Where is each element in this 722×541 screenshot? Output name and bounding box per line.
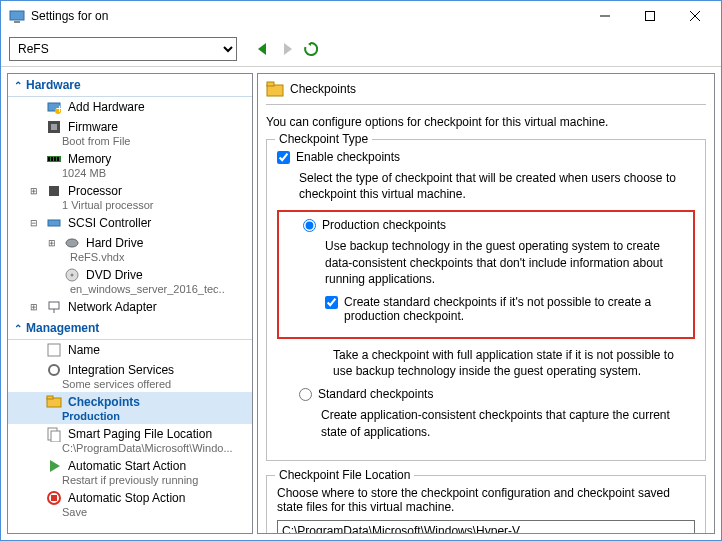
sidebar-item-network-adapter[interactable]: ⊞Network Adapter (8, 297, 252, 317)
svg-rect-20 (48, 220, 60, 226)
next-button[interactable] (279, 41, 295, 57)
sidebar-item-hard-drive[interactable]: ⊞Hard Drive ReFS.vhdx (8, 233, 252, 265)
svg-point-27 (49, 365, 59, 375)
svg-marker-7 (284, 43, 292, 55)
memory-icon (46, 151, 62, 167)
svg-rect-3 (645, 12, 654, 21)
production-description: Use backup technology in the guest opera… (325, 238, 685, 287)
window-title: Settings for on (31, 9, 582, 23)
close-button[interactable] (672, 1, 717, 31)
sidebar-item-memory[interactable]: Memory 1024 MB (8, 149, 252, 181)
svg-rect-18 (57, 157, 59, 161)
production-label: Production checkpoints (322, 218, 446, 232)
prev-button[interactable] (255, 41, 271, 57)
network-icon (46, 299, 62, 315)
sidebar-item-sub: 1024 MB (30, 167, 248, 179)
svg-rect-35 (267, 85, 283, 96)
collapse-icon[interactable]: ⊟ (30, 218, 40, 228)
content-title: Checkpoints (290, 82, 356, 96)
sidebar-item-sub: Production (30, 410, 248, 422)
hyperv-settings-icon (9, 8, 25, 24)
svg-point-21 (66, 239, 78, 247)
expand-icon[interactable]: ⊞ (48, 238, 58, 248)
svg-marker-32 (50, 460, 60, 472)
integration-icon (46, 362, 62, 378)
expand-icon[interactable]: ⊞ (30, 302, 40, 312)
scsi-icon (46, 215, 62, 231)
stop-icon (46, 490, 62, 506)
toolbar: ReFS (1, 31, 721, 67)
sidebar-item-dvd-drive[interactable]: DVD Drive en_windows_server_2016_tec.. (8, 265, 252, 297)
svg-rect-19 (49, 186, 59, 196)
enable-checkpoints-label: Enable checkpoints (296, 150, 400, 164)
production-highlight: Production checkpoints Use backup techno… (277, 210, 695, 339)
svg-rect-15 (48, 157, 50, 161)
start-icon (46, 458, 62, 474)
svg-rect-0 (10, 11, 24, 20)
standard-radio[interactable] (299, 388, 312, 401)
svg-marker-8 (308, 42, 311, 46)
checkpoints-icon (46, 394, 62, 410)
svg-rect-16 (51, 157, 53, 161)
paging-icon (46, 426, 62, 442)
svg-text:+: + (56, 102, 62, 115)
svg-rect-17 (54, 157, 56, 161)
fallback-checkbox[interactable] (325, 296, 338, 309)
minimize-button[interactable] (582, 1, 627, 31)
svg-rect-31 (51, 431, 60, 442)
location-legend: Checkpoint File Location (275, 468, 414, 482)
sidebar-item-sub: 1 Virtual processor (30, 199, 248, 211)
name-icon (46, 342, 62, 358)
location-description: Choose where to store the checkpoint con… (277, 486, 695, 514)
add-hardware-icon: + (46, 99, 62, 115)
svg-rect-34 (51, 495, 57, 501)
sidebar-item-sub: Restart if previously running (30, 474, 248, 486)
sidebar-item-smart-paging[interactable]: Smart Paging File Location C:\ProgramDat… (8, 424, 252, 456)
sidebar-item-name[interactable]: Name (8, 340, 252, 360)
category-label: Hardware (26, 78, 81, 92)
svg-rect-26 (48, 344, 60, 356)
sidebar-item-auto-stop[interactable]: Automatic Stop Action Save (8, 488, 252, 520)
sidebar-item-sub: Save (30, 506, 248, 518)
svg-point-23 (71, 274, 74, 277)
standard-description: Create application-consistent checkpoint… (321, 407, 695, 439)
vm-selector[interactable]: ReFS (9, 37, 237, 61)
settings-tree[interactable]: ⌃ Hardware +Add Hardware Firmware Boot f… (7, 73, 253, 534)
sidebar-item-checkpoints[interactable]: Checkpoints Production (8, 392, 252, 424)
svg-rect-29 (47, 396, 53, 399)
svg-rect-36 (267, 82, 274, 86)
hardware-category[interactable]: ⌃ Hardware (8, 74, 252, 97)
content-intro: You can configure options for checkpoint… (266, 115, 706, 129)
checkpoints-icon (266, 80, 284, 98)
sidebar-item-scsi-controller[interactable]: ⊟SCSI Controller (8, 213, 252, 233)
management-category[interactable]: ⌃ Management (8, 317, 252, 340)
sidebar-item-add-hardware[interactable]: +Add Hardware (8, 97, 252, 117)
type-description: Select the type of checkpoint that will … (299, 170, 695, 202)
processor-icon (46, 183, 62, 199)
category-label: Management (26, 321, 99, 335)
checkpoint-location-group: Checkpoint File Location Choose where to… (266, 475, 706, 534)
sidebar-item-sub: Boot from File (30, 135, 248, 147)
content-header: Checkpoints (266, 78, 706, 105)
svg-rect-24 (49, 302, 59, 309)
refresh-button[interactable] (303, 41, 319, 57)
sidebar-item-sub: en_windows_server_2016_tec.. (48, 283, 248, 295)
chevron-up-icon: ⌃ (14, 80, 22, 91)
expand-icon[interactable]: ⊞ (30, 186, 40, 196)
checkpoint-type-group: Checkpoint Type Enable checkpoints Selec… (266, 139, 706, 461)
svg-marker-6 (258, 43, 266, 55)
fallback-description: Take a checkpoint with full application … (333, 347, 695, 379)
sidebar-item-auto-start[interactable]: Automatic Start Action Restart if previo… (8, 456, 252, 488)
dvd-icon (64, 267, 80, 283)
sidebar-item-sub: C:\ProgramData\Microsoft\Windo... (30, 442, 248, 454)
sidebar-item-firmware[interactable]: Firmware Boot from File (8, 117, 252, 149)
maximize-button[interactable] (627, 1, 672, 31)
fallback-label: Create standard checkpoints if it's not … (344, 295, 685, 323)
sidebar-item-processor[interactable]: ⊞Processor 1 Virtual processor (8, 181, 252, 213)
production-radio[interactable] (303, 219, 316, 232)
location-path-input[interactable] (277, 520, 695, 534)
chevron-up-icon: ⌃ (14, 323, 22, 334)
sidebar-item-integration-services[interactable]: Integration Services Some services offer… (8, 360, 252, 392)
svg-rect-13 (51, 124, 57, 130)
enable-checkpoints-checkbox[interactable] (277, 151, 290, 164)
